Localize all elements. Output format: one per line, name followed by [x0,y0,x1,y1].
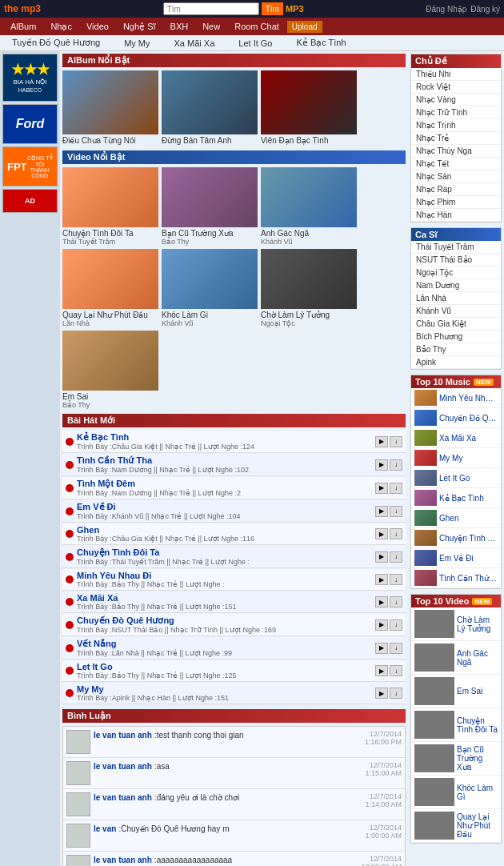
top10music-item-1[interactable]: Chuyến Đồ Quê Hương [411,408,501,428]
song-dl-btn-1[interactable]: ↓ [390,459,402,471]
song-dl-btn-5[interactable]: ↓ [390,551,402,563]
chude-link-3[interactable]: Nhạc Trữ Tình [416,108,467,117]
casi-link-7[interactable]: Bích Phương [416,332,462,341]
song-dl-btn-4[interactable]: ↓ [390,528,402,539]
marquee-item-2[interactable]: My My [120,38,154,48]
song-dl-btn-0[interactable]: ↓ [390,436,402,447]
video-item-3[interactable]: Anh Gác Ngã Khánh Vũ [261,167,357,246]
album-item-2[interactable]: Đừng Bán Tâm Anh [162,70,258,146]
top10video-item-1[interactable]: Anh Gác Ngã [411,641,501,675]
song-play-btn-6[interactable]: ▶ [375,574,388,585]
album-item-3[interactable]: Viên Đạn Bạc Tình [261,70,357,146]
top10video-item-3[interactable]: Chuyện Tình Đôi Ta [411,708,501,742]
song-name-2[interactable]: Tình Một Đêm [77,479,375,489]
top10music-item-8[interactable]: Em Về Đi [411,548,501,568]
song-play-btn-2[interactable]: ▶ [375,483,388,494]
video-item-7[interactable]: Em Sai Bảo Thy [62,331,158,409]
chude-item-8[interactable]: Nhạc Sàn [411,170,501,183]
casi-item-4[interactable]: Lăn Nhà [411,292,501,305]
video-item-5[interactable]: Khóc Làm Gì Khánh Vũ [162,249,258,327]
marquee-item-4[interactable]: Let It Go [234,38,276,48]
song-play-btn-3[interactable]: ▶ [375,506,388,517]
chude-item-5[interactable]: Nhạc Trẻ [411,132,501,145]
top10music-item-5[interactable]: Kẻ Bạc Tình [411,488,501,508]
song-dl-btn-6[interactable]: ↓ [390,574,402,585]
video-item-6[interactable]: Chờ Làm Lý Tưởng Ngoại Tộc [261,249,357,327]
song-name-11[interactable]: My My [77,684,375,694]
song-name-1[interactable]: Tình Cần Thứ Tha [77,455,375,466]
chude-item-6[interactable]: Nhạc Thúy Nga [411,145,501,158]
song-name-10[interactable]: Let It Go [77,662,375,672]
song-name-0[interactable]: Kẻ Bạc Tình [77,432,375,443]
song-play-btn-10[interactable]: ▶ [375,665,388,676]
chude-item-0[interactable]: Thiếu Nhi [411,68,501,81]
chude-link-8[interactable]: Nhạc Sàn [416,172,451,181]
register-link[interactable]: Đăng ký [470,5,500,14]
nav-bxh[interactable]: BXH [164,20,195,33]
chude-link-10[interactable]: Nhạc Phim [416,198,455,206]
casi-item-8[interactable]: Bảo Thy [411,343,501,356]
song-name-3[interactable]: Em Về Đi [77,502,375,512]
top10video-item-2[interactable]: Em Sai [411,675,501,708]
top10music-item-3[interactable]: My My [411,448,501,468]
song-dl-btn-11[interactable]: ↓ [390,688,402,699]
top10music-item-9[interactable]: Tình Cần Thứ Tha [411,568,501,588]
top10music-item-7[interactable]: Chuyện Tình Đôi Ta [411,528,501,548]
top10video-item-4[interactable]: Bạn Cũ Trường Xưa [411,742,501,776]
song-play-btn-7[interactable]: ▶ [375,596,388,607]
top10music-item-4[interactable]: Let It Go [411,468,501,488]
search-input[interactable] [163,2,259,15]
song-dl-btn-8[interactable]: ↓ [390,619,402,631]
casi-item-0[interactable]: Thái Tuyết Trâm [411,241,501,254]
marquee-item-3[interactable]: Xa Mãi Xa [170,38,219,48]
chude-item-7[interactable]: Nhạc Tết [411,158,501,170]
marquee-item-5[interactable]: Kẻ Bạc Tình [292,38,350,48]
casi-link-1[interactable]: NSUT Thái Bảo [416,255,472,264]
casi-link-4[interactable]: Lăn Nhà [416,294,446,303]
song-play-btn-4[interactable]: ▶ [375,528,388,539]
marquee-item-1[interactable]: Tuyến Đồ Quê Hương [8,38,104,48]
casi-link-2[interactable]: Ngoại Tộc [416,268,453,277]
top10video-item-5[interactable]: Khóc Làm Gì [411,776,501,809]
nav-new[interactable]: New [196,20,226,33]
chude-link-1[interactable]: Rock Việt [416,82,450,91]
top10music-item-0[interactable]: Minh Yêu Nhau Đi [411,388,501,408]
nav-video[interactable]: Video [80,20,115,33]
casi-item-3[interactable]: Nam Dương [411,279,501,292]
video-item-2[interactable]: Bạn Cũ Trường Xưa Bảo Thy [162,167,258,246]
chude-item-1[interactable]: Rock Việt [411,81,501,94]
song-play-btn-11[interactable]: ▶ [375,688,388,699]
chude-item-2[interactable]: Nhạc Vàng [411,94,501,106]
nav-album[interactable]: AlBum [4,20,42,33]
casi-item-7[interactable]: Bích Phương [411,331,501,343]
casi-item-6[interactable]: Châu Gia Kiệt [411,318,501,331]
chude-link-6[interactable]: Nhạc Thúy Nga [416,146,472,155]
song-dl-btn-3[interactable]: ↓ [390,506,402,517]
song-name-4[interactable]: Ghen [77,525,375,535]
top10music-item-2[interactable]: Xa Mãi Xa [411,428,501,448]
top10video-item-6[interactable]: Quay Lại Như Phút Đầu [411,809,501,843]
video-item-1[interactable]: Chuyện Tình Đôi Ta Thái Tuyết Trâm [62,167,158,246]
chude-item-10[interactable]: Nhạc Phim [411,196,501,209]
casi-item-1[interactable]: NSUT Thái Bảo [411,254,501,267]
search-button[interactable]: Tìm [262,2,283,15]
chude-link-11[interactable]: Nhạc Hàn [416,210,452,219]
song-name-7[interactable]: Xa Mãi Xa [77,593,375,603]
nav-nhac[interactable]: Nhạc [44,20,78,34]
chude-link-7[interactable]: Nhạc Tết [416,159,449,168]
song-dl-btn-10[interactable]: ↓ [390,665,402,676]
song-play-btn-9[interactable]: ▶ [375,643,388,654]
casi-link-0[interactable]: Thái Tuyết Trâm [416,243,474,251]
chude-item-4[interactable]: Nhạc Trịnh [411,119,501,132]
album-item-1[interactable]: Điều Chưa Từng Nói [62,70,158,146]
casi-link-3[interactable]: Nam Dương [416,281,459,290]
song-play-btn-1[interactable]: ▶ [375,459,388,471]
casi-link-5[interactable]: Khánh Vũ [416,307,451,315]
casi-item-2[interactable]: Ngoại Tộc [411,267,501,279]
chude-item-11[interactable]: Nhạc Hàn [411,209,501,222]
song-play-btn-5[interactable]: ▶ [375,551,388,563]
chude-link-2[interactable]: Nhạc Vàng [416,95,456,104]
video-item-4[interactable]: Quay Lại Như Phút Đầu Lăn Nhà [62,249,158,327]
song-name-8[interactable]: Chuyến Đò Quê Hương [77,615,375,626]
upload-button[interactable]: Upload [287,21,322,33]
